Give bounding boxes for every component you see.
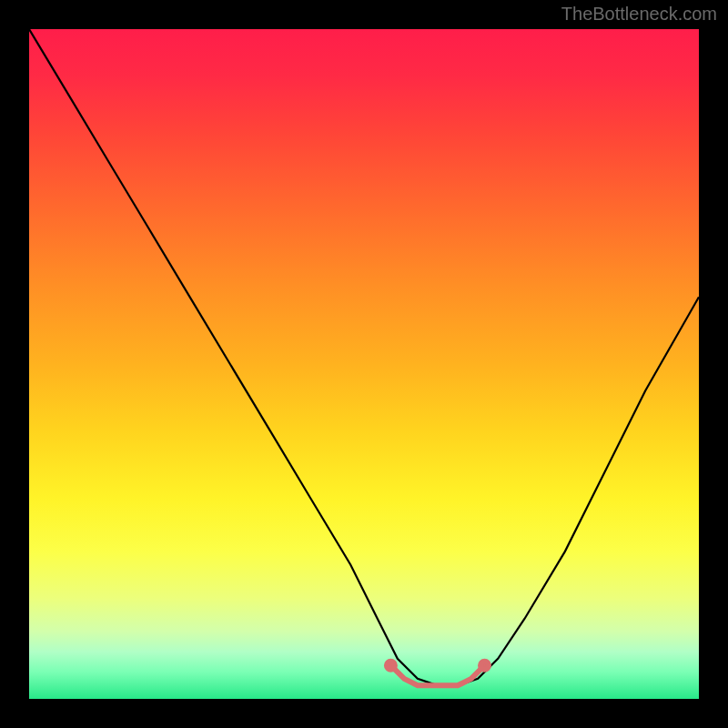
- optimal-band-dot: [480, 662, 489, 670]
- chart-plot-area: [29, 29, 699, 699]
- optimal-band-dot: [387, 662, 395, 670]
- chart-svg: [29, 29, 699, 699]
- bottleneck-curve-line: [29, 29, 699, 685]
- optimal-band-line: [390, 665, 484, 685]
- optimal-band-marker: [387, 662, 489, 686]
- watermark-text: TheBottleneck.com: [561, 4, 717, 25]
